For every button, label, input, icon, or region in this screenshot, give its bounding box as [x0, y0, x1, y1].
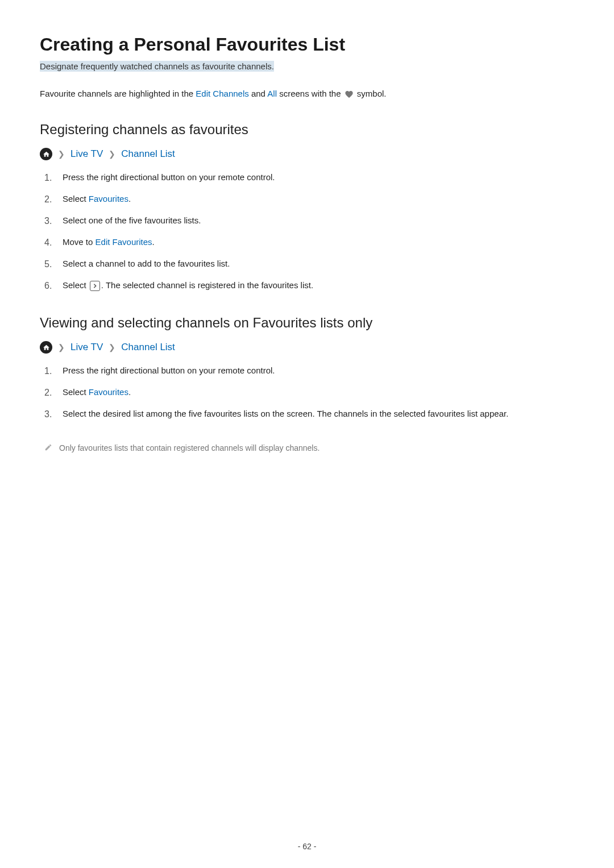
- chevron-right-icon: ❯: [58, 149, 65, 159]
- intro-paragraph: Favourite channels are highlighted in th…: [40, 89, 574, 99]
- chevron-right-icon: ❯: [109, 343, 115, 352]
- section2-steps: Press the right directional button on yo…: [40, 364, 574, 421]
- home-icon: [40, 341, 52, 354]
- home-icon: [40, 148, 52, 160]
- section2-heading: Viewing and selecting channels on Favour…: [40, 315, 574, 331]
- section1-heading: Registering channels as favourites: [40, 122, 574, 138]
- step-text: Select: [63, 280, 89, 290]
- heart-icon: [345, 90, 354, 99]
- breadcrumb-channel-list: Channel List: [121, 342, 175, 353]
- step-text: .: [128, 194, 131, 203]
- select-right-icon: [90, 281, 100, 291]
- intro-suffix: screens with the: [277, 89, 343, 98]
- step-item: Select Favourites.: [40, 192, 574, 206]
- chevron-right-icon: ❯: [109, 149, 115, 159]
- step-text: Select: [63, 194, 89, 203]
- section1-breadcrumb: ❯ Live TV ❯ Channel List: [40, 148, 574, 160]
- step-item: Press the right directional button on yo…: [40, 364, 574, 377]
- step-text: .: [152, 237, 155, 247]
- chevron-right-icon: ❯: [58, 343, 65, 352]
- step-item: Select a channel to add to the favourite…: [40, 257, 574, 271]
- step-item: Press the right directional button on yo…: [40, 171, 574, 184]
- page-title: Creating a Personal Favourites List: [40, 34, 574, 55]
- step-text: Select: [63, 387, 89, 397]
- favourites-link: Favourites: [89, 387, 128, 397]
- page-number: - 62 -: [0, 842, 614, 851]
- subtitle-highlight: Designate frequently watched channels as…: [40, 61, 274, 72]
- favourites-link: Favourites: [89, 194, 128, 203]
- note-text: Only favourites lists that contain regis…: [59, 443, 320, 452]
- step-item: Select one of the five favourites lists.: [40, 214, 574, 227]
- all-link: All: [267, 89, 277, 98]
- step-item: Select Favourites.: [40, 385, 574, 399]
- edit-favourites-link: Edit Favourites: [96, 237, 152, 247]
- step-text: . The selected channel is registered in …: [101, 280, 313, 290]
- intro-text: Favourite channels are highlighted in th…: [40, 89, 196, 98]
- section1-steps: Press the right directional button on yo…: [40, 171, 574, 292]
- intro-suffix2: symbol.: [355, 89, 387, 98]
- step-text: .: [128, 387, 131, 397]
- edit-channels-link: Edit Channels: [196, 89, 248, 98]
- intro-mid: and: [249, 89, 268, 98]
- breadcrumb-live-tv: Live TV: [70, 148, 103, 160]
- note-block: Only favourites lists that contain regis…: [40, 443, 574, 453]
- section2-breadcrumb: ❯ Live TV ❯ Channel List: [40, 341, 574, 354]
- step-item: Move to Edit Favourites.: [40, 235, 574, 249]
- note-icon: [44, 443, 52, 453]
- breadcrumb-live-tv: Live TV: [70, 342, 103, 353]
- step-item: Select . The selected channel is registe…: [40, 279, 574, 292]
- step-item: Select the desired list among the five f…: [40, 407, 574, 421]
- breadcrumb-channel-list: Channel List: [121, 148, 175, 160]
- step-text: Move to: [63, 237, 96, 247]
